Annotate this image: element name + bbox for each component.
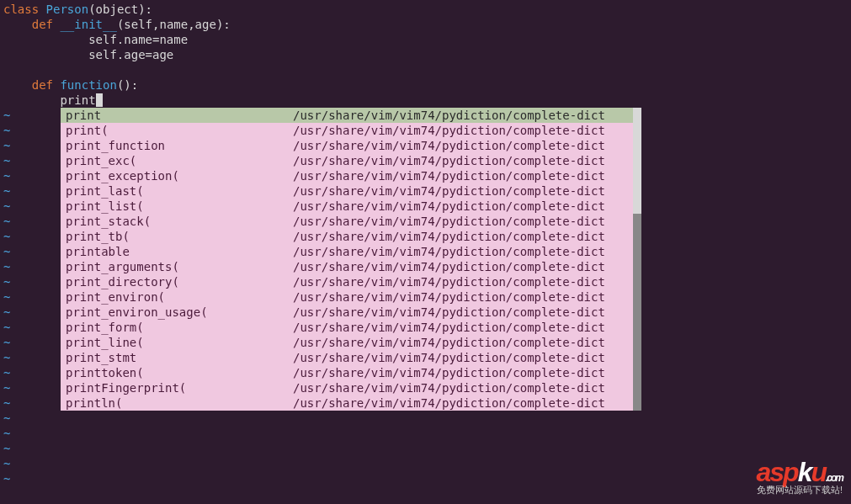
completion-item[interactable]: print(/usr/share/vim/vim74/pydiction/com… [61,123,633,138]
empty-buffer-line: ~ [3,456,848,471]
func-name: __init__ [53,18,117,31]
completion-item[interactable]: print_directory(/usr/share/vim/vim74/pyd… [61,274,633,289]
completion-source: /usr/share/vim/vim74/pydiction/complete-… [293,289,628,305]
completion-word: print_stack( [66,214,293,229]
completion-word: print_last( [66,183,293,199]
code-line: def function(): [3,77,848,93]
paren: (): [117,78,138,92]
completion-item[interactable]: printFingerprint(/usr/share/vim/vim74/py… [61,380,633,395]
completion-item[interactable]: print_line(/usr/share/vim/vim74/pydictio… [61,335,633,350]
completion-source: /usr/share/vim/vim74/pydiction/complete-… [293,214,628,229]
vim-editor[interactable]: class Person(object): def __init__(self,… [0,0,851,504]
completion-source: /usr/share/vim/vim74/pydiction/complete-… [293,380,628,395]
completion-word: print_exception( [66,168,293,183]
completion-source: /usr/share/vim/vim74/pydiction/complete-… [293,138,628,153]
completion-item[interactable]: print_arguments(/usr/share/vim/vim74/pyd… [61,259,633,274]
watermark-subtitle: 免费网站源码下载站! [757,482,843,497]
code-line: class Person(object): [3,2,848,17]
completion-source: /usr/share/vim/vim74/pydiction/complete-… [293,274,628,289]
class-name: Person [39,3,88,16]
popup-scrollbar[interactable] [633,108,641,411]
completion-source: /usr/share/vim/vim74/pydiction/complete-… [293,108,628,123]
code-line: print [3,93,848,108]
empty-buffer-line: ~ [3,411,848,426]
completion-word: print_environ( [66,289,293,305]
completion-source: /usr/share/vim/vim74/pydiction/complete-… [293,199,628,214]
completion-item[interactable]: print/usr/share/vim/vim74/pydiction/comp… [61,108,633,123]
completion-source: /usr/share/vim/vim74/pydiction/complete-… [293,320,628,335]
completion-source: /usr/share/vim/vim74/pydiction/complete-… [293,244,628,259]
completion-word: print_environ_usage( [66,305,293,320]
empty-buffer-line: ~ [3,441,848,456]
code-line: self.age=age [3,47,848,62]
completion-source: /usr/share/vim/vim74/pydiction/complete-… [293,350,628,365]
keyword-def: def [3,18,53,31]
completion-word: printable [66,244,293,259]
completion-source: /usr/share/vim/vim74/pydiction/complete-… [293,229,628,244]
completion-source: /usr/share/vim/vim74/pydiction/complete-… [293,123,628,138]
code-line: def __init__(self,name,age): [3,17,848,32]
completion-source: /usr/share/vim/vim74/pydiction/complete-… [293,183,628,199]
completion-word: print_directory( [66,274,293,289]
completion-source: /usr/share/vim/vim74/pydiction/complete-… [293,335,628,350]
completion-word: print_exc( [66,153,293,168]
completion-word: printtoken( [66,365,293,380]
completion-word: print [66,108,293,123]
completion-item[interactable]: print_list(/usr/share/vim/vim74/pydictio… [61,199,633,214]
paren: (self,name,age): [117,18,231,31]
empty-buffer-line: ~ [3,426,848,441]
completion-item[interactable]: print_function/usr/share/vim/vim74/pydic… [61,138,633,153]
typed-text: print [3,93,96,107]
completion-word: print( [66,123,293,138]
completion-source: /usr/share/vim/vim74/pydiction/complete-… [293,365,628,380]
completion-word: printFingerprint( [66,380,293,395]
completion-item[interactable]: printable/usr/share/vim/vim74/pydiction/… [61,244,633,259]
completion-item[interactable]: print_environ_usage(/usr/share/vim/vim74… [61,305,633,320]
empty-buffer-line: ~ [3,471,848,486]
completion-item[interactable]: print_stmt/usr/share/vim/vim74/pydiction… [61,350,633,365]
code-line: self.name=name [3,32,848,47]
completion-source: /usr/share/vim/vim74/pydiction/complete-… [293,259,628,274]
cursor [96,93,103,107]
func-name: function [53,78,117,92]
completion-word: print_line( [66,335,293,350]
completion-item[interactable]: print_environ(/usr/share/vim/vim74/pydic… [61,289,633,305]
completion-item[interactable]: print_form(/usr/share/vim/vim74/pydictio… [61,320,633,335]
completion-source: /usr/share/vim/vim74/pydiction/complete-… [293,168,628,183]
completion-item[interactable]: print_exception(/usr/share/vim/vim74/pyd… [61,168,633,183]
completion-word: print_tb( [66,229,293,244]
completion-word: print_form( [66,320,293,335]
completion-item[interactable]: println(/usr/share/vim/vim74/pydiction/c… [61,395,633,411]
paren: (object): [88,3,152,16]
completion-word: println( [66,395,293,411]
watermark: aspku.com 免费网站源码下载站! [757,464,843,497]
completion-word: print_arguments( [66,259,293,274]
completion-popup[interactable]: print/usr/share/vim/vim74/pydiction/comp… [61,108,634,411]
completion-word: print_function [66,138,293,153]
completion-item[interactable]: print_exc(/usr/share/vim/vim74/pydiction… [61,153,633,168]
completion-item[interactable]: print_last(/usr/share/vim/vim74/pydictio… [61,183,633,199]
completion-word: print_list( [66,199,293,214]
completion-word: print_stmt [66,350,293,365]
keyword-class: class [3,3,39,16]
scrollbar-thumb[interactable] [633,108,641,214]
completion-item[interactable]: print_stack(/usr/share/vim/vim74/pydicti… [61,214,633,229]
empty-line [3,62,848,77]
completion-item[interactable]: printtoken(/usr/share/vim/vim74/pydictio… [61,365,633,380]
completion-source: /usr/share/vim/vim74/pydiction/complete-… [293,305,628,320]
completion-item[interactable]: print_tb(/usr/share/vim/vim74/pydiction/… [61,229,633,244]
completion-source: /usr/share/vim/vim74/pydiction/complete-… [293,395,628,411]
keyword-def: def [3,78,53,92]
completion-source: /usr/share/vim/vim74/pydiction/complete-… [293,153,628,168]
